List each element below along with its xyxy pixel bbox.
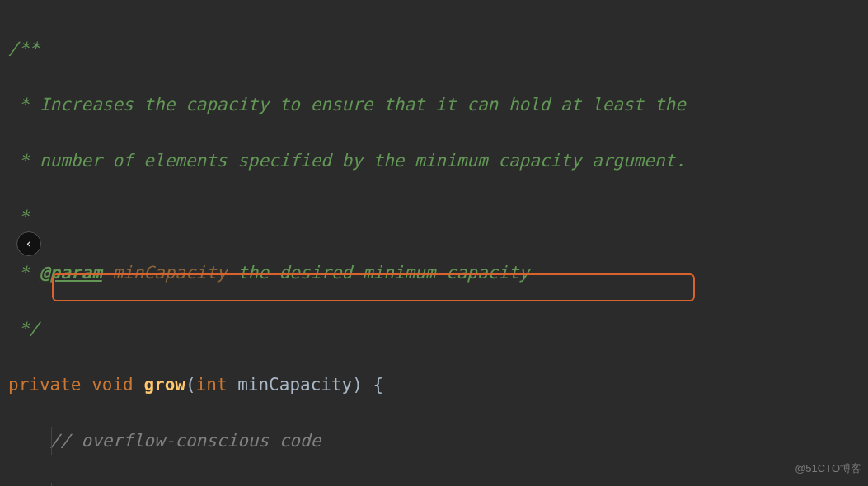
javadoc-text: number of elements specified by the mini… — [40, 151, 686, 171]
line-comment: // overflow-conscious code — [50, 431, 321, 451]
paren-brace: ) { — [352, 375, 383, 395]
return-type-keyword: void — [91, 375, 143, 395]
doc-line-close: */ — [8, 315, 868, 343]
chevron-left-icon: ‹ — [25, 230, 33, 258]
doc-line-3: * — [8, 203, 868, 231]
param-name: minCapacity — [237, 375, 352, 395]
comment-overflow: // overflow-conscious code — [8, 427, 868, 455]
doc-line-2: * number of elements specified by the mi… — [8, 147, 868, 175]
code-block: /** * Increases the capacity to ensure t… — [0, 0, 868, 486]
javadoc-open: /** — [8, 39, 40, 58]
param-type: int — [196, 375, 238, 395]
doc-line-open: /** — [8, 35, 868, 63]
method-name: grow — [143, 375, 185, 395]
javadoc-star: * — [8, 207, 29, 227]
watermark-text: @51CTO博客 — [795, 455, 861, 483]
javadoc-param-desc: the desired minimum capacity — [228, 263, 530, 283]
method-signature: private void grow(int minCapacity) { — [8, 371, 868, 399]
javadoc-star: * — [8, 95, 40, 114]
doc-line-1: * Increases the capacity to ensure that … — [8, 91, 868, 119]
old-capacity-line: int oldCapacity = elementData.length; — [8, 483, 868, 486]
javadoc-star: * — [8, 263, 40, 283]
javadoc-text: Increases the capacity to ensure that it… — [40, 95, 686, 114]
paren: ( — [185, 375, 196, 395]
modifier-keyword: private — [8, 375, 91, 395]
javadoc-star: * — [8, 151, 40, 171]
doc-line-4: * @param minCapacity the desired minimum… — [8, 259, 868, 287]
javadoc-close: */ — [8, 319, 40, 339]
javadoc-param-tag: @param — [40, 263, 102, 283]
back-button[interactable]: ‹ — [16, 231, 41, 256]
javadoc-param-name: minCapacity — [102, 263, 228, 283]
